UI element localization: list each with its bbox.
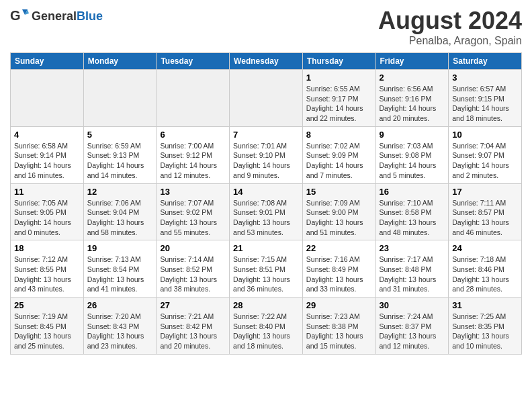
day-number: 23 [380,243,445,253]
logo-blue: Blue [77,9,103,23]
day-info: Sunrise: 7:19 AM Sunset: 8:45 PM Dayligh… [14,312,80,351]
day-number: 3 [452,73,518,83]
calendar-cell [230,70,303,127]
day-header-tuesday: Tuesday [157,53,230,70]
calendar-cell: 14Sunrise: 7:08 AM Sunset: 9:01 PM Dayli… [230,183,303,240]
calendar-cell: 29Sunrise: 7:23 AM Sunset: 8:38 PM Dayli… [302,298,375,355]
day-header-sunday: Sunday [11,53,84,70]
day-number: 25 [14,300,80,310]
day-info: Sunrise: 7:06 AM Sunset: 9:04 PM Dayligh… [87,198,153,238]
day-header-thursday: Thursday [302,53,375,70]
week-row-1: 1Sunrise: 6:55 AM Sunset: 9:17 PM Daylig… [11,70,522,127]
day-info: Sunrise: 7:20 AM Sunset: 8:43 PM Dayligh… [87,312,153,351]
day-info: Sunrise: 7:03 AM Sunset: 9:08 PM Dayligh… [380,141,445,181]
page-title: August 2024 [378,7,522,35]
day-info: Sunrise: 7:01 AM Sunset: 9:10 PM Dayligh… [233,141,299,181]
day-number: 8 [306,130,372,140]
day-info: Sunrise: 7:21 AM Sunset: 8:42 PM Dayligh… [160,312,226,351]
calendar-cell: 15Sunrise: 7:09 AM Sunset: 9:00 PM Dayli… [302,183,375,240]
calendar-cell [83,70,157,127]
day-info: Sunrise: 7:00 AM Sunset: 9:12 PM Dayligh… [160,141,226,181]
day-info: Sunrise: 7:23 AM Sunset: 8:38 PM Dayligh… [306,312,372,351]
day-info: Sunrise: 6:59 AM Sunset: 9:13 PM Dayligh… [87,141,153,181]
logo: G GeneralBlue [10,7,103,26]
day-number: 4 [14,130,80,140]
svg-text:G: G [10,8,21,23]
week-row-3: 11Sunrise: 7:05 AM Sunset: 9:05 PM Dayli… [11,183,522,240]
calendar-cell: 24Sunrise: 7:18 AM Sunset: 8:46 PM Dayli… [449,240,522,298]
day-header-friday: Friday [375,53,449,70]
calendar-cell: 31Sunrise: 7:25 AM Sunset: 8:35 PM Dayli… [449,298,522,355]
day-number: 18 [14,243,80,253]
calendar-cell: 5Sunrise: 6:59 AM Sunset: 9:13 PM Daylig… [83,126,157,183]
day-number: 16 [380,187,445,197]
calendar-cell [157,70,230,127]
day-info: Sunrise: 7:16 AM Sunset: 8:49 PM Dayligh… [306,255,372,294]
page-subtitle: Penalba, Aragon, Spain [378,35,522,47]
day-number: 20 [160,243,226,253]
day-info: Sunrise: 7:13 AM Sunset: 8:54 PM Dayligh… [87,255,153,294]
week-row-4: 18Sunrise: 7:12 AM Sunset: 8:55 PM Dayli… [11,240,522,298]
calendar-cell: 2Sunrise: 6:56 AM Sunset: 9:16 PM Daylig… [375,70,449,127]
day-info: Sunrise: 7:14 AM Sunset: 8:52 PM Dayligh… [160,255,226,294]
calendar-cell: 9Sunrise: 7:03 AM Sunset: 9:08 PM Daylig… [375,126,449,183]
day-info: Sunrise: 7:12 AM Sunset: 8:55 PM Dayligh… [14,255,80,294]
day-number: 14 [233,187,299,197]
calendar-header-row: SundayMondayTuesdayWednesdayThursdayFrid… [11,53,522,70]
calendar-cell: 28Sunrise: 7:22 AM Sunset: 8:40 PM Dayli… [230,298,303,355]
calendar-cell: 16Sunrise: 7:10 AM Sunset: 8:58 PM Dayli… [375,183,449,240]
day-number: 31 [452,300,518,310]
day-number: 7 [233,130,299,140]
day-number: 19 [87,243,153,253]
day-number: 22 [306,243,372,253]
day-info: Sunrise: 7:18 AM Sunset: 8:46 PM Dayligh… [452,255,518,294]
calendar-cell: 30Sunrise: 7:24 AM Sunset: 8:37 PM Dayli… [375,298,449,355]
day-info: Sunrise: 7:07 AM Sunset: 9:02 PM Dayligh… [160,198,226,238]
calendar-cell: 21Sunrise: 7:15 AM Sunset: 8:51 PM Dayli… [230,240,303,298]
calendar-cell: 27Sunrise: 7:21 AM Sunset: 8:42 PM Dayli… [157,298,230,355]
day-header-saturday: Saturday [449,53,522,70]
page-header: G GeneralBlue August 2024 Penalba, Arago… [10,7,522,47]
day-info: Sunrise: 6:57 AM Sunset: 9:15 PM Dayligh… [452,84,518,124]
day-number: 6 [160,130,226,140]
day-info: Sunrise: 6:56 AM Sunset: 9:16 PM Dayligh… [380,84,445,124]
day-number: 9 [380,130,445,140]
calendar-cell: 1Sunrise: 6:55 AM Sunset: 9:17 PM Daylig… [302,70,375,127]
day-info: Sunrise: 7:11 AM Sunset: 8:57 PM Dayligh… [452,198,518,238]
calendar-cell: 10Sunrise: 7:04 AM Sunset: 9:07 PM Dayli… [449,126,522,183]
day-info: Sunrise: 7:09 AM Sunset: 9:00 PM Dayligh… [306,198,372,238]
day-number: 30 [380,300,445,310]
calendar-table: SundayMondayTuesdayWednesdayThursdayFrid… [10,52,522,355]
title-block: August 2024 Penalba, Aragon, Spain [378,7,522,47]
calendar-cell [11,70,84,127]
calendar-cell: 13Sunrise: 7:07 AM Sunset: 9:02 PM Dayli… [157,183,230,240]
day-number: 11 [14,187,80,197]
calendar-cell: 17Sunrise: 7:11 AM Sunset: 8:57 PM Dayli… [449,183,522,240]
day-number: 26 [87,300,153,310]
calendar-cell: 7Sunrise: 7:01 AM Sunset: 9:10 PM Daylig… [230,126,303,183]
day-number: 28 [233,300,299,310]
day-number: 12 [87,187,153,197]
day-info: Sunrise: 6:58 AM Sunset: 9:14 PM Dayligh… [14,141,80,181]
calendar-cell: 4Sunrise: 6:58 AM Sunset: 9:14 PM Daylig… [11,126,84,183]
day-number: 5 [87,130,153,140]
day-info: Sunrise: 7:25 AM Sunset: 8:35 PM Dayligh… [452,312,518,351]
logo-general: General [32,9,77,23]
day-info: Sunrise: 7:22 AM Sunset: 8:40 PM Dayligh… [233,312,299,351]
calendar-cell: 12Sunrise: 7:06 AM Sunset: 9:04 PM Dayli… [83,183,157,240]
day-number: 21 [233,243,299,253]
week-row-2: 4Sunrise: 6:58 AM Sunset: 9:14 PM Daylig… [11,126,522,183]
day-number: 10 [452,130,518,140]
calendar-cell: 18Sunrise: 7:12 AM Sunset: 8:55 PM Dayli… [11,240,84,298]
day-number: 2 [380,73,445,83]
calendar-cell: 25Sunrise: 7:19 AM Sunset: 8:45 PM Dayli… [11,298,84,355]
day-info: Sunrise: 7:08 AM Sunset: 9:01 PM Dayligh… [233,198,299,238]
calendar-cell: 26Sunrise: 7:20 AM Sunset: 8:43 PM Dayli… [83,298,157,355]
calendar-cell: 6Sunrise: 7:00 AM Sunset: 9:12 PM Daylig… [157,126,230,183]
week-row-5: 25Sunrise: 7:19 AM Sunset: 8:45 PM Dayli… [11,298,522,355]
day-info: Sunrise: 7:15 AM Sunset: 8:51 PM Dayligh… [233,255,299,294]
day-info: Sunrise: 7:17 AM Sunset: 8:48 PM Dayligh… [380,255,445,294]
calendar-cell: 22Sunrise: 7:16 AM Sunset: 8:49 PM Dayli… [302,240,375,298]
day-header-wednesday: Wednesday [230,53,303,70]
calendar-cell: 11Sunrise: 7:05 AM Sunset: 9:05 PM Dayli… [11,183,84,240]
